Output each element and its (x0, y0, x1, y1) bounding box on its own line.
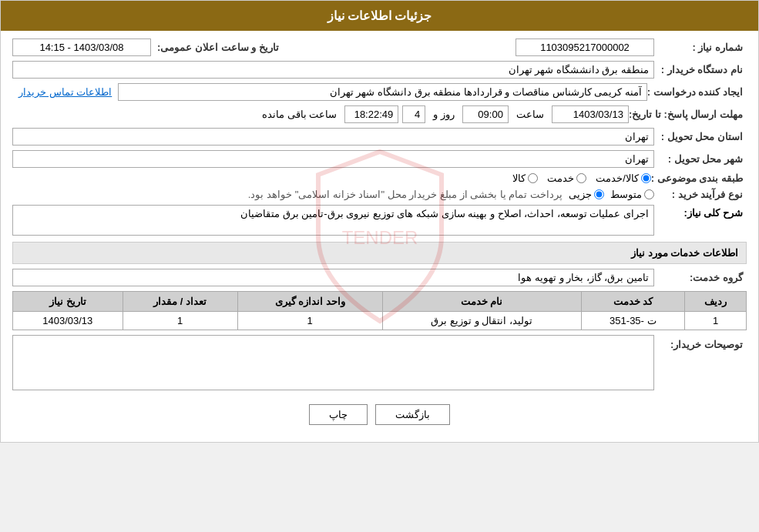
tabaqe-label: طبقه بندی موضوعی : (651, 172, 747, 184)
sharh-row: شرح کلی نیاز: اجرای عملیات توسعه، احداث،… (12, 205, 747, 236)
mohlat-time: 09:00 (462, 105, 509, 123)
nam-dastgah-value: منطقه برق دانششگاه شهر تهران (12, 61, 654, 79)
ostan-row: استان محل تحویل : تهران (12, 128, 747, 146)
ijad-row: ایجاد کننده درخواست : آمنه کریمی کارشناس… (12, 83, 747, 101)
tabaqe-row: طبقه بندی موضوعی : کالا/خدمت خدمت کالا (12, 172, 747, 184)
nam-dastgah-row: نام دستگاه خریدار : منطقه برق دانششگاه ش… (12, 61, 747, 79)
tabaqe-kala-label: کالا (512, 172, 526, 184)
saat-label: ساعت (512, 109, 548, 120)
nooe-farayand-row: نوع فرآیند خرید : متوسط جزیی پرداخت تمام… (12, 189, 747, 200)
col-vahed: واحد اندازه گیری (237, 292, 382, 312)
nooe-farayand-label: نوع فرآیند خرید : (654, 189, 747, 200)
shomara-label: شماره نیاز : (654, 42, 747, 53)
nooe-jozii-radio[interactable] (594, 189, 604, 199)
mohlat-date: 1403/03/13 (552, 105, 629, 123)
shahr-value: تهران (12, 150, 654, 168)
back-button[interactable]: بازگشت (375, 404, 450, 425)
tosihaat-textarea[interactable] (12, 335, 654, 390)
tabaqe-kala-khedmat-radio[interactable] (641, 173, 651, 183)
shomara-row: شماره نیاز : 1103095217000002 تاریخ و سا… (12, 38, 747, 56)
cell-vahed: 1 (237, 312, 382, 330)
nam-dastgah-label: نام دستگاه خریدار : (654, 64, 747, 75)
cell-nam: تولید، انتقال و توزیع برق (382, 312, 581, 330)
tabaqe-kala-radio[interactable] (528, 173, 538, 183)
grooh-value: تامین برق، گاز، بخار و تهویه هوا (12, 269, 654, 286)
tabaqe-radio-group: کالا/خدمت خدمت کالا (12, 172, 651, 184)
services-table: ردیف کد خدمت نام خدمت واحد اندازه گیری ت… (12, 291, 747, 330)
tarikh-value: 1403/03/08 - 14:15 (12, 38, 151, 56)
ostan-label: استان محل تحویل : (654, 131, 747, 142)
nooe-desc: پرداخت تمام یا بخشی از مبلغ خریدار محل "… (12, 189, 563, 200)
shomara-value: 1103095217000002 (516, 38, 654, 56)
sharh-label: شرح کلی نیاز: (654, 205, 747, 219)
nooe-jozii-label: جزیی (569, 189, 592, 200)
col-nam: نام خدمت (382, 292, 581, 312)
page-title: جزئیات اطلاعات نیاز (327, 9, 432, 22)
page-header: جزئیات اطلاعات نیاز (1, 1, 758, 31)
tabaqe-khedmat-item: خدمت (547, 172, 586, 184)
mohlat-baqi: ساعت باقی مانده (258, 109, 341, 120)
sharh-value: اجرای عملیات توسعه، احداث، اصلاح و بهینه… (12, 205, 654, 236)
roz-label: روز و (429, 109, 458, 120)
nooe-jozii-item: جزیی (569, 189, 604, 200)
ostan-value: تهران (12, 128, 654, 146)
ijad-value: آمنه کریمی کارشناس مناقصات و قراردادها م… (118, 83, 647, 101)
mohlat-row: مهلت ارسال پاسخ: تا تاریخ: 1403/03/13 سا… (12, 105, 747, 123)
cell-kod: ت -35-351 (581, 312, 685, 330)
mohlat-label: مهلت ارسال پاسخ: تا تاریخ: (629, 109, 747, 120)
col-tarikh: تاریخ نیاز (13, 292, 123, 312)
grooh-label: گروه خدمت: (654, 272, 747, 283)
cell-tarikh: 1403/03/13 (13, 312, 123, 330)
shahr-label: شهر محل تحویل : (654, 153, 747, 165)
cell-radif: 1 (685, 312, 747, 330)
col-tedad: تعداد / مقدار (123, 292, 237, 312)
tabaqe-khedmat-radio[interactable] (576, 173, 586, 183)
ijad-link[interactable]: اطلاعات تماس خریدار (12, 86, 118, 98)
footer-buttons: بازگشت چاپ (12, 395, 747, 434)
tabaqe-khedmat-label: خدمت (547, 172, 574, 184)
nooe-motavasset-item: متوسط (610, 189, 654, 200)
col-kod: کد خدمت (581, 292, 685, 312)
mohlat-saat: 18:22:49 (344, 105, 398, 123)
tosihaat-label: توصیحات خریدار: (654, 335, 747, 350)
cell-tedad: 1 (123, 312, 237, 330)
tabaqe-kala-khedmat-label: کالا/خدمت (596, 172, 639, 184)
ijad-label: ایجاد کننده درخواست : (647, 86, 747, 98)
service-section-header: اطلاعات خدمات مورد نیاز (12, 242, 747, 264)
tabaqe-kala-item: کالا (512, 172, 538, 184)
mohlat-roz: 4 (402, 105, 425, 123)
col-radif: ردیف (685, 292, 747, 312)
tabaqe-kala-khedmat-item: کالا/خدمت (596, 172, 651, 184)
nooe-motavasset-label: متوسط (610, 189, 642, 200)
tarikh-label: تاریخ و ساعت اعلان عمومی: (151, 42, 283, 53)
tosihaat-row: توصیحات خریدار: (12, 335, 747, 390)
grooh-row: گروه خدمت: تامین برق، گاز، بخار و تهویه … (12, 269, 747, 286)
print-button[interactable]: چاپ (309, 404, 368, 425)
table-row: 1 ت -35-351 تولید، انتقال و توزیع برق 1 … (13, 312, 747, 330)
nooe-motavasset-radio[interactable] (644, 189, 654, 199)
shahr-row: شهر محل تحویل : تهران (12, 150, 747, 168)
